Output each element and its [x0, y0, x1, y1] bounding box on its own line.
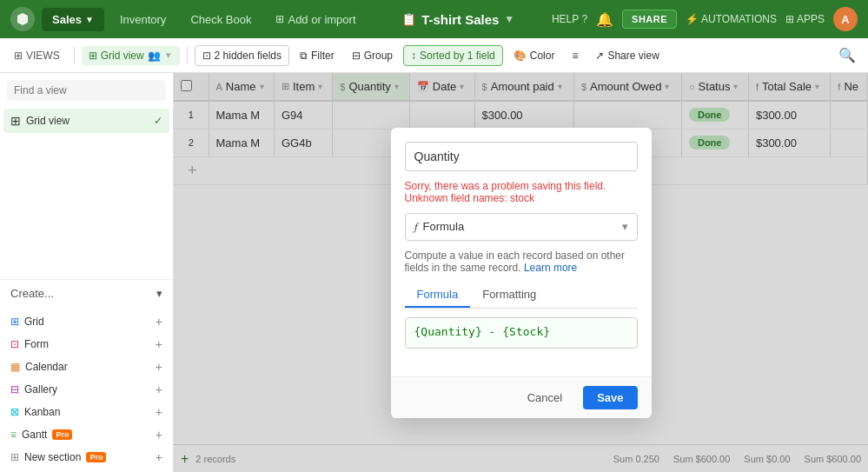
- filter-button[interactable]: ⧉ Filter: [293, 46, 341, 65]
- tab-formula[interactable]: Formula: [405, 283, 471, 308]
- gantt-plus-icon[interactable]: +: [156, 428, 162, 442]
- kanban-plus-icon[interactable]: +: [156, 405, 162, 419]
- share-view-icon: ↗: [595, 50, 604, 62]
- color-button[interactable]: 🎨 Color: [507, 46, 562, 65]
- share-view-button[interactable]: ↗ Share view: [588, 46, 666, 65]
- top-bar-right: HELP ? 🔔 SHARE ⚡AUTOMATIONS ⊞APPS A: [552, 7, 858, 31]
- app-logo[interactable]: [10, 7, 35, 31]
- formula-type-selector[interactable]: 𝑓 Formula ▾: [405, 213, 638, 241]
- hidden-fields-icon: ⊡: [202, 50, 211, 62]
- grid-view-people-icon: 👥: [148, 50, 161, 62]
- create-grid[interactable]: ⊞ Grid +: [0, 310, 173, 333]
- toolbar: ⊞ VIEWS ⊞ Grid view 👥 ▼ ⊡ 2 hidden field…: [0, 38, 868, 73]
- avatar[interactable]: A: [833, 7, 858, 31]
- search-button[interactable]: 🔍: [833, 43, 861, 67]
- grid-plus-icon[interactable]: +: [156, 315, 162, 329]
- views-icon: ⊞: [14, 50, 23, 62]
- grid-view-sidebar-icon: ⊞: [10, 114, 21, 128]
- create-form[interactable]: ⊡ Form +: [0, 333, 173, 356]
- formula-input[interactable]: {Quantity} - {Stock}: [405, 317, 638, 349]
- dialog-tabs: Formula Formatting: [405, 283, 638, 309]
- dialog-body: Sorry, there was a problem saving this f…: [391, 128, 652, 376]
- grid-view-dropdown-icon: ▼: [164, 50, 173, 60]
- calendar-plus-icon[interactable]: +: [156, 360, 162, 374]
- field-name-input[interactable]: [405, 142, 638, 171]
- gantt-pro-badge: Pro: [52, 429, 72, 440]
- toolbar-separator-2: [187, 47, 188, 64]
- save-button[interactable]: Save: [583, 386, 637, 409]
- gallery-icon: ⊟: [10, 383, 19, 396]
- sales-dropdown-arrow: ▼: [85, 15, 94, 24]
- cancel-button[interactable]: Cancel: [514, 386, 576, 409]
- nav-checkbook[interactable]: Check Book: [182, 8, 260, 31]
- tab-sales[interactable]: Sales ▼: [42, 8, 104, 31]
- color-icon: 🎨: [514, 50, 527, 62]
- create-items: ⊞ Grid + ⊡ Form + ▦ Calendar + ⊟ Gallery…: [0, 307, 173, 472]
- create-gantt[interactable]: ≡ Gantt Pro +: [0, 423, 173, 446]
- create-kanban[interactable]: ⊠ Kanban +: [0, 401, 173, 423]
- hidden-fields-button[interactable]: ⊡ 2 hidden fields: [195, 45, 289, 66]
- sidebar-item-label: Grid view: [26, 115, 70, 127]
- fields-layout-button[interactable]: ≡: [565, 46, 585, 65]
- help-button[interactable]: HELP ?: [552, 13, 587, 25]
- gallery-plus-icon[interactable]: +: [156, 382, 162, 396]
- new-section-plus-icon[interactable]: +: [156, 450, 162, 464]
- group-button[interactable]: ⊟ Group: [345, 46, 400, 65]
- search-input[interactable]: [7, 80, 166, 101]
- sidebar-item-grid-view[interactable]: ⊞ Grid view ✓: [3, 109, 169, 133]
- create-chevron-icon: ▾: [156, 287, 162, 300]
- create-section[interactable]: Create... ▾: [0, 279, 173, 307]
- toolbar-separator-1: [74, 47, 75, 64]
- share-button[interactable]: SHARE: [622, 10, 677, 29]
- form-icon: ⊡: [10, 338, 19, 350]
- top-bar: Sales ▼ Inventory Check Book ⊞ Add or im…: [0, 0, 868, 38]
- dialog-description: Compute a value in each record based on …: [405, 249, 638, 274]
- grid-view-icon: ⊞: [89, 50, 97, 62]
- filter-icon: ⧉: [300, 50, 308, 62]
- gantt-icon: ≡: [10, 429, 17, 441]
- learn-more-link[interactable]: Learn more: [524, 262, 577, 274]
- nav-add-import[interactable]: ⊞ Add or import: [267, 8, 364, 31]
- main-layout: ⊞ Grid view ✓ Create... ▾ ⊞ Grid + ⊡ For…: [0, 73, 868, 472]
- views-toggle[interactable]: ⊞ VIEWS: [7, 46, 67, 65]
- calendar-icon: ▦: [10, 361, 20, 373]
- sidebar-search: [0, 73, 173, 108]
- formula-type-dropdown-icon: ▾: [622, 220, 628, 233]
- dialog-error-message: Sorry, there was a problem saving this f…: [405, 180, 638, 204]
- create-gallery[interactable]: ⊟ Gallery +: [0, 378, 173, 401]
- formula-type-label: Formula: [423, 220, 465, 233]
- formula-fx-icon: 𝑓: [414, 220, 418, 234]
- sidebar: ⊞ Grid view ✓ Create... ▾ ⊞ Grid + ⊡ For…: [0, 73, 174, 472]
- new-section-pro-badge: Pro: [86, 452, 106, 462]
- fields-layout-icon: ≡: [572, 50, 578, 62]
- tab-formatting[interactable]: Formatting: [470, 283, 548, 308]
- nav-inventory[interactable]: Inventory: [111, 8, 175, 31]
- app-title: 📋 T-shirt Sales ▼: [372, 12, 545, 27]
- grid-icon: ⊞: [10, 316, 19, 328]
- apps-button[interactable]: ⊞APPS: [785, 13, 825, 25]
- automations-button[interactable]: ⚡AUTOMATIONS: [686, 13, 777, 25]
- grid-view-button[interactable]: ⊞ Grid view 👥 ▼: [82, 46, 180, 65]
- field-edit-dialog: Sorry, there was a problem saving this f…: [391, 128, 652, 418]
- grid-area: A Name ▾ ⊞ Item ▾ $: [174, 73, 868, 472]
- new-section-icon: ⊞: [10, 451, 19, 463]
- kanban-icon: ⊠: [10, 406, 19, 418]
- sort-icon: ↕: [411, 50, 416, 62]
- notification-button[interactable]: 🔔: [596, 11, 613, 28]
- sort-button[interactable]: ↕ Sorted by 1 field: [403, 45, 503, 66]
- dialog-actions: Cancel Save: [391, 376, 652, 418]
- dialog-overlay: Sorry, there was a problem saving this f…: [174, 73, 868, 472]
- group-icon: ⊟: [352, 50, 361, 62]
- form-plus-icon[interactable]: +: [156, 337, 162, 351]
- create-calendar[interactable]: ▦ Calendar +: [0, 356, 173, 378]
- active-check-icon: ✓: [154, 115, 162, 127]
- new-section-item[interactable]: ⊞ New section Pro +: [0, 446, 173, 469]
